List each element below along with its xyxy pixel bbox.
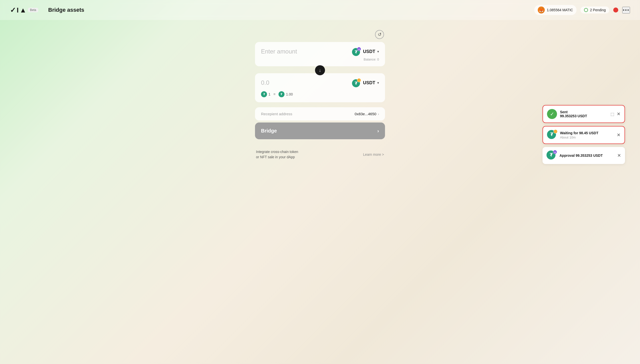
close-notif-sent-icon[interactable]: ✕ bbox=[617, 111, 620, 117]
pending-dot-icon bbox=[584, 8, 588, 12]
notifications-panel: ✓ Sent 99.353253 USDT ⬚ ✕ ₮ ⬡ bbox=[542, 105, 625, 164]
from-token-chevron-icon: ▾ bbox=[377, 50, 379, 54]
from-token-name: USDT bbox=[363, 49, 375, 54]
from-balance: Balance: 0 bbox=[261, 58, 379, 61]
rate-to-token-icon: ₮ bbox=[278, 91, 284, 97]
swap-arrow-wrapper: ↓ bbox=[255, 65, 385, 75]
more-button[interactable]: ••• bbox=[622, 7, 630, 14]
notif-waiting-content: Waiting for 98.45 USDT About 10m bbox=[560, 131, 614, 139]
rate-row: ₮ 1 = ₮ 1.00 bbox=[261, 91, 379, 97]
to-token-icon: ₮ ⬡ bbox=[352, 78, 361, 87]
swap-down-icon: ↓ bbox=[319, 68, 321, 73]
address-text: 0x83e...4650 bbox=[355, 112, 376, 116]
notif-sent-label: Sent bbox=[560, 110, 568, 114]
promo-line1: Integrate cross-chain token bbox=[256, 149, 298, 154]
logo: ✓ I ▲ Beta bbox=[10, 6, 38, 14]
rate-from-amount: 1 bbox=[268, 92, 270, 96]
page-title: Bridge assets bbox=[48, 7, 84, 13]
amount-input[interactable]: Enter amount bbox=[261, 48, 297, 55]
to-amount-row: 0.0 ₮ ⬡ USDT ▾ bbox=[261, 78, 379, 87]
learn-more-link[interactable]: Learn more > bbox=[363, 152, 384, 156]
bridge-button-arrow-icon: › bbox=[377, 128, 379, 134]
refresh-button[interactable]: ↺ bbox=[375, 30, 384, 39]
header: ✓ I ▲ Beta Bridge assets 🦊 1.085564 MATI… bbox=[0, 0, 640, 20]
notif-sent-amount: 99.353253 USDT bbox=[560, 114, 608, 118]
chain-approval-badge: ◆ bbox=[553, 150, 557, 154]
notif-sent-content: Sent 99.353253 USDT bbox=[560, 110, 608, 118]
rate-from-token: ₮ 1 bbox=[261, 91, 270, 97]
from-token-selector[interactable]: ₮ ◆ USDT ▾ bbox=[352, 47, 379, 56]
recipient-card: Recepient address 0x83e...4650 › bbox=[255, 107, 385, 120]
address-arrow-icon: › bbox=[378, 112, 379, 116]
notif-sent-title: Sent bbox=[560, 110, 608, 114]
refresh-wrapper: ↺ bbox=[255, 30, 385, 39]
swap-button[interactable]: ↓ bbox=[315, 65, 325, 75]
chain-waiting-badge: ⬡ bbox=[554, 130, 558, 134]
rate-to-amount: 1.00 bbox=[286, 92, 293, 96]
notif-approval-icon: ₮ ◆ bbox=[546, 150, 556, 160]
polygon-badge-from: ◆ bbox=[357, 47, 361, 51]
close-notif-waiting-icon[interactable]: ✕ bbox=[617, 132, 620, 138]
notif-approval-title: Approval 99.353253 USDT bbox=[560, 154, 614, 158]
pending-info[interactable]: 2 Pending bbox=[580, 6, 609, 14]
wallet-balance: 1.085564 MATIC bbox=[547, 8, 573, 12]
bridge-button-label: Bridge bbox=[261, 128, 277, 134]
notif-waiting: ₮ ⬡ Waiting for 98.45 USDT About 10m ✕ bbox=[542, 126, 625, 144]
beta-badge: Beta bbox=[28, 8, 38, 12]
notif-waiting-icon: ₮ ⬡ bbox=[547, 130, 557, 140]
sent-check-icon: ✓ bbox=[547, 109, 557, 119]
wallet-info[interactable]: 🦊 1.085564 MATIC bbox=[534, 5, 576, 15]
promo-line2: or NFT sale in your dApp bbox=[256, 154, 298, 160]
promo-section: Integrate cross-chain token or NFT sale … bbox=[255, 149, 385, 160]
notif-sent: ✓ Sent 99.353253 USDT ⬚ ✕ bbox=[542, 105, 625, 123]
status-dot-icon bbox=[613, 8, 618, 12]
notif-waiting-sub: About 10m bbox=[560, 136, 614, 139]
external-link-icon[interactable]: ⬚ bbox=[610, 112, 614, 116]
from-card: Enter amount ₮ ◆ USDT ▾ Balance: 0 bbox=[255, 42, 385, 66]
chain-badge-to: ⬡ bbox=[357, 78, 361, 82]
amount-row: Enter amount ₮ ◆ USDT ▾ bbox=[261, 47, 379, 56]
notif-approval: ₮ ◆ Approval 99.353253 USDT ✕ bbox=[542, 147, 625, 164]
logo-text: ✓ I ▲ bbox=[10, 6, 26, 14]
rate-equals: = bbox=[272, 92, 276, 96]
refresh-icon: ↺ bbox=[378, 32, 382, 37]
metamask-icon: 🦊 bbox=[538, 6, 545, 14]
from-token-icon: ₮ ◆ bbox=[352, 47, 361, 56]
notif-approval-actions: ✕ bbox=[617, 153, 621, 158]
to-card: 0.0 ₮ ⬡ USDT ▾ ₮ 1 = ₮ bbox=[255, 73, 385, 102]
rate-from-token-icon: ₮ bbox=[261, 91, 267, 97]
to-token-selector[interactable]: ₮ ⬡ USDT ▾ bbox=[352, 78, 379, 87]
recipient-label: Recepient address bbox=[261, 112, 292, 116]
notif-sent-actions: ⬚ ✕ bbox=[610, 111, 620, 117]
rate-to-token: ₮ 1.00 bbox=[278, 91, 293, 97]
main-content: ↺ Enter amount ₮ ◆ USDT ▾ Balance: 0 bbox=[0, 20, 640, 170]
close-notif-approval-icon[interactable]: ✕ bbox=[617, 153, 621, 158]
to-amount: 0.0 bbox=[261, 79, 269, 86]
to-token-chevron-icon: ▾ bbox=[377, 81, 379, 85]
recipient-address[interactable]: 0x83e...4650 › bbox=[355, 112, 379, 116]
notif-waiting-title: Waiting for 98.45 USDT bbox=[560, 131, 614, 135]
to-token-name: USDT bbox=[363, 80, 375, 86]
pending-text: 2 Pending bbox=[590, 8, 606, 12]
bridge-panel: ↺ Enter amount ₮ ◆ USDT ▾ Balance: 0 bbox=[255, 30, 385, 160]
notif-approval-content: Approval 99.353253 USDT bbox=[560, 154, 614, 158]
bridge-button[interactable]: Bridge › bbox=[255, 122, 385, 139]
header-right: 🦊 1.085564 MATIC 2 Pending ••• bbox=[534, 5, 630, 15]
notif-waiting-actions: ✕ bbox=[617, 132, 620, 138]
promo-text: Integrate cross-chain token or NFT sale … bbox=[256, 149, 298, 160]
